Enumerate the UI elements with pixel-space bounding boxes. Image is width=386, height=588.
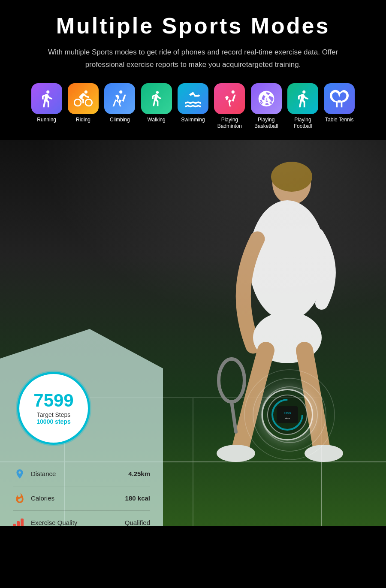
- sports-icons-row: Running Riding Climbing: [26, 83, 360, 130]
- sport-item-walking: Walking: [140, 83, 173, 130]
- svg-point-10: [305, 445, 343, 462]
- distance-value: 4.25km: [128, 470, 150, 477]
- climbing-label: Climbing: [110, 117, 130, 124]
- football-icon: [287, 83, 318, 114]
- sport-item-swimming: Swimming: [176, 83, 209, 130]
- exercise-quality-value: Qualified: [125, 519, 150, 526]
- stats-panel: 7599 Target Steps 10000 steps Distance 4…: [0, 329, 163, 526]
- watch-overlay: 7599 steps: [262, 389, 313, 440]
- page-title: Multiple Sports Modes: [26, 13, 360, 39]
- svg-point-9: [217, 445, 255, 462]
- steps-circle: 7599 Target Steps 10000 steps: [17, 372, 90, 445]
- distance-row: Distance 4.25km: [13, 462, 150, 486]
- subtitle-text: With multiple Sports modes to get ride o…: [47, 46, 339, 71]
- table-tennis-label: Table Tennis: [325, 117, 354, 124]
- sport-item-basketball: Playing Basketball: [250, 83, 283, 130]
- svg-point-11: [219, 359, 244, 402]
- table-tennis-icon: [324, 83, 355, 114]
- distance-icon: [13, 467, 27, 481]
- sport-item-badminton: Playing Badminton: [213, 83, 246, 130]
- running-label: Running: [37, 117, 56, 124]
- riding-label: Riding: [76, 117, 90, 124]
- climbing-icon: [104, 83, 135, 114]
- basketball-label: Playing Basketball: [250, 117, 283, 130]
- sport-item-climbing: Climbing: [103, 83, 136, 130]
- sport-item-running: Running: [30, 83, 63, 130]
- running-icon: [31, 83, 62, 114]
- svg-point-7: [249, 200, 326, 320]
- calories-value: 180 kcal: [125, 495, 150, 502]
- photo-section: 7599 Target Steps 10000 steps Distance 4…: [0, 140, 386, 526]
- steps-number: 7599: [33, 392, 73, 410]
- svg-text:7599: 7599: [283, 411, 291, 415]
- calories-row: Calories 180 kcal: [13, 486, 150, 511]
- watch-inner: 7599 steps: [267, 395, 308, 435]
- badminton-label: Playing Badminton: [213, 117, 246, 130]
- walking-icon: [141, 83, 172, 114]
- svg-text:steps: steps: [285, 417, 290, 419]
- svg-rect-13: [277, 406, 298, 423]
- sport-item-table-tennis: Table Tennis: [323, 83, 356, 130]
- sport-item-riding: Riding: [66, 83, 100, 130]
- exercise-quality-label: Exercise Quality: [31, 519, 121, 526]
- svg-point-12: [271, 162, 312, 192]
- distance-label: Distance: [31, 470, 124, 477]
- calories-label: Calories: [31, 495, 121, 502]
- swimming-icon: [178, 83, 208, 114]
- swimming-label: Swimming: [181, 117, 205, 124]
- sport-item-football: Playing Football: [286, 83, 319, 130]
- steps-label: Target Steps: [37, 411, 71, 418]
- basketball-icon: [251, 83, 282, 114]
- exercise-quality-icon: [13, 516, 27, 526]
- steps-target: 10000 steps: [36, 418, 70, 425]
- calories-icon: [13, 492, 27, 505]
- walking-label: Walking: [148, 117, 166, 124]
- riding-icon: [68, 83, 99, 114]
- football-label: Playing Football: [286, 117, 319, 130]
- header-section: Multiple Sports Modes With multiple Spor…: [0, 0, 386, 140]
- stat-rows: Distance 4.25km Calories 180 kcal: [13, 462, 150, 526]
- exercise-quality-row: Exercise Quality Qualified: [13, 511, 150, 526]
- badminton-icon: [214, 83, 245, 114]
